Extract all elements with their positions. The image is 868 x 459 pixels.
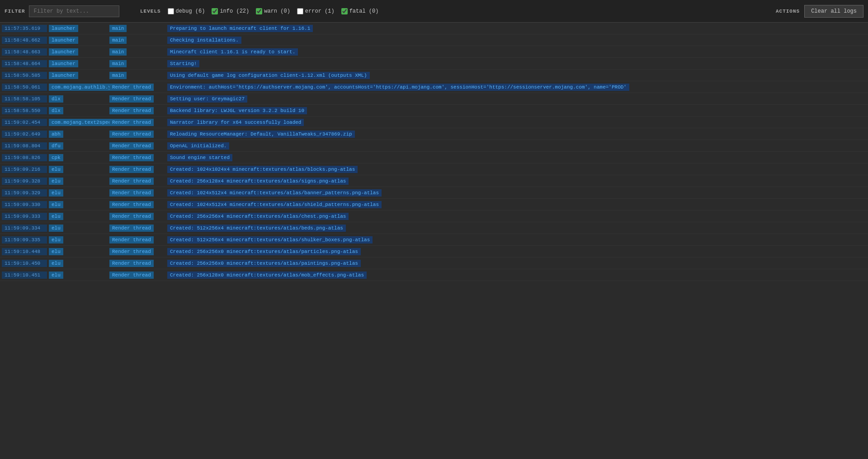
log-timestamp: 11:59:10.451 [2,272,47,279]
log-message: Created: 1024x1024x4 minecraft:textures/… [167,166,866,173]
log-source: elu [49,225,108,232]
log-timestamp: 11:58:48.663 [2,48,47,56]
log-message: Created: 256x128x0 minecraft:textures/at… [167,272,866,279]
log-message: Environment: authHost='https://authserve… [167,84,866,91]
log-thread: Render thread [109,201,164,208]
level-item-error[interactable]: error (1) [297,8,335,14]
level-item-warn[interactable]: warn (0) [256,8,290,14]
log-message: Created: 1024x512x4 minecraft:textures/a… [167,201,866,208]
filter-section: FILTER [5,0,131,22]
levels-label: LEVELS [140,9,161,14]
actions-label: ACTIONS [776,9,800,14]
filter-label: FILTER [5,9,25,14]
log-thread: main [109,60,164,67]
log-thread: Render thread [109,131,164,138]
log-thread: Render thread [109,248,164,255]
log-message: Sound engine started [167,154,866,161]
log-source: elu [49,166,108,173]
levels-items: debug (6)info (22)warn (0)error (1)fatal… [168,8,379,14]
level-label-warn: warn (0) [264,8,290,14]
log-thread: Render thread [109,107,164,114]
log-timestamp: 11:59:08.826 [2,154,47,161]
level-checkbox-fatal[interactable] [341,8,348,14]
log-timestamp: 11:58:58.105 [2,95,47,103]
log-thread: Render thread [109,272,164,279]
log-timestamp: 11:59:09.333 [2,213,47,220]
log-message: Created: 256x256x0 minecraft:textures/at… [167,260,866,267]
log-timestamp: 11:59:09.330 [2,201,47,208]
log-thread: Render thread [109,213,164,220]
log-timestamp: 11:57:35.619 [2,25,47,32]
levels-section: LEVELS debug (6)info (22)warn (0)error (… [140,0,767,22]
level-checkbox-warn[interactable] [256,8,262,14]
log-thread: Render thread [109,84,164,91]
level-item-info[interactable]: info (22) [212,8,249,14]
clear-logs-button[interactable]: Clear all logs [804,5,863,18]
log-thread: Render thread [109,154,164,161]
level-checkbox-error[interactable] [297,8,303,14]
log-row: 11:59:09.333eluRender threadCreated: 256… [0,211,868,222]
log-source: com.mojang.text2spee... [49,119,108,126]
log-thread: Render thread [109,260,164,267]
log-source: cpk [49,154,108,161]
level-label-fatal: fatal (0) [349,8,379,14]
log-source: elu [49,189,108,197]
log-source: com.mojang.authlib.y... [49,84,108,91]
log-timestamp: 11:59:09.328 [2,178,47,185]
log-thread: Render thread [109,166,164,173]
log-list: 11:57:35.619launchermainPreparing to lau… [0,23,868,281]
log-row: 11:58:48.663launchermainMinecraft client… [0,46,868,58]
log-row: 11:59:09.329eluRender threadCreated: 102… [0,187,868,199]
log-timestamp: 11:58:58.550 [2,107,47,114]
log-row: 11:59:02.454com.mojang.text2spee...Rende… [0,117,868,128]
level-item-debug[interactable]: debug (6) [168,8,205,14]
filter-input[interactable] [29,5,119,17]
log-source: dlx [49,95,108,103]
level-item-fatal[interactable]: fatal (0) [341,8,379,14]
log-thread: main [109,72,164,79]
log-timestamp: 11:58:48.662 [2,37,47,44]
level-checkbox-info[interactable] [212,8,218,14]
log-message: OpenAL initialized. [167,142,866,150]
log-thread: Render thread [109,142,164,150]
log-row: 11:59:09.328eluRender threadCreated: 256… [0,175,868,187]
log-source: elu [49,213,108,220]
level-checkbox-debug[interactable] [168,8,174,14]
log-thread: main [109,25,164,32]
log-message: Created: 256x256x4 minecraft:textures/at… [167,213,866,220]
log-timestamp: 11:59:09.329 [2,189,47,197]
level-label-debug: debug (6) [176,8,205,14]
actions-section: ACTIONS Clear all logs [776,0,863,22]
log-message: Created: 512x256x4 minecraft:textures/at… [167,225,866,232]
log-row: 11:58:58.550dlxRender threadBackend libr… [0,105,868,117]
log-row: 11:58:58.105dlxRender threadSetting user… [0,93,868,105]
log-thread: Render thread [109,119,164,126]
log-source: elu [49,201,108,208]
log-thread: main [109,37,164,44]
log-source: elu [49,248,108,255]
log-source: dfu [49,142,108,150]
log-timestamp: 11:59:09.216 [2,166,47,173]
log-row: 11:59:09.335eluRender threadCreated: 512… [0,234,868,246]
log-message: Created: 256x256x0 minecraft:textures/at… [167,248,866,255]
log-row: 11:59:10.451eluRender threadCreated: 256… [0,269,868,281]
log-row: 11:59:02.649abhRender threadReloading Re… [0,128,868,140]
log-row: 11:58:48.662launchermainChecking install… [0,34,868,46]
log-source: launcher [49,60,108,67]
log-source: elu [49,260,108,267]
log-timestamp: 11:59:08.804 [2,142,47,150]
level-label-info: info (22) [220,8,249,14]
log-message: Reloading ResourceManager: Default, Vani… [167,131,866,138]
log-timestamp: 11:59:09.335 [2,236,47,244]
log-thread: Render thread [109,189,164,197]
log-message: Using default game log configuration cli… [167,72,866,79]
log-message: Minecraft client 1.16.1 is ready to star… [167,48,866,56]
log-thread: Render thread [109,225,164,232]
log-thread: Render thread [109,178,164,185]
log-message: Starting! [167,60,866,67]
log-message: Narrator library for x64 successfully lo… [167,119,866,126]
log-timestamp: 11:58:48.664 [2,60,47,67]
log-message: Checking installations. [167,37,866,44]
log-source: abh [49,131,108,138]
log-container: 11:57:35.619launchermainPreparing to lau… [0,23,868,281]
